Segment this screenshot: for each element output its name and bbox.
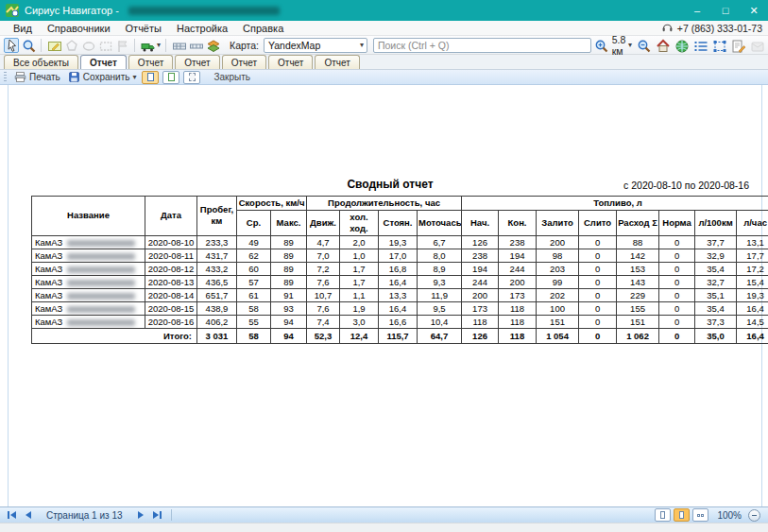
left-splitter[interactable] <box>8 85 9 506</box>
pan-tool-icon[interactable] <box>4 38 19 53</box>
value-cell: 55 <box>237 315 271 328</box>
value-cell: 100 <box>537 301 579 315</box>
col-speed-max: Макс. <box>271 210 307 235</box>
margins-toggle[interactable] <box>183 71 200 84</box>
map-scale-select[interactable]: 5.8 км ▾ <box>612 34 632 57</box>
last-page-button[interactable] <box>150 509 165 522</box>
layers-icon[interactable] <box>205 38 220 53</box>
value-cell: 0 <box>579 262 617 275</box>
ruler-icon[interactable] <box>188 38 203 53</box>
menu-item-4[interactable]: Настройка <box>169 23 235 34</box>
vehicle-icon[interactable] <box>140 38 155 53</box>
home-icon[interactable] <box>655 38 670 53</box>
tab-report-4[interactable]: Отчет <box>222 55 266 69</box>
value-cell: 13,1 <box>737 235 768 249</box>
vehicle-name-cell: КамАЗ <box>32 249 145 262</box>
save-icon <box>68 71 80 83</box>
zoom-out-button[interactable] <box>748 509 760 522</box>
single-page-icon <box>147 73 154 81</box>
print-label: Печать <box>29 72 60 82</box>
close-button[interactable]: ✕ <box>740 0 768 21</box>
total-value-cell: 64,7 <box>418 328 462 343</box>
value-cell: 60 <box>237 262 271 275</box>
search-input[interactable] <box>373 38 591 53</box>
minimize-button[interactable]: – <box>683 0 711 21</box>
menu-item-3[interactable]: Отчёты <box>118 23 169 34</box>
fit-page-toggle[interactable] <box>162 71 179 84</box>
value-cell: 37,3 <box>695 315 737 328</box>
maximize-button[interactable]: □ <box>711 0 740 21</box>
zoom-window-icon[interactable] <box>21 38 36 53</box>
value-cell: 0 <box>659 262 695 275</box>
flag-tool-icon <box>114 38 129 53</box>
total-row: Итого:3 031589452,312,4115,764,71261181 … <box>32 328 768 343</box>
tab-all-objects[interactable]: Все объекты <box>4 55 78 69</box>
value-cell: 2020-08-11 <box>145 249 197 262</box>
edit-note-icon[interactable] <box>730 38 745 53</box>
toolbar-grip <box>4 72 7 82</box>
table-row: КамАЗ2020-08-13436,557897,61,716,49,3244… <box>32 275 768 288</box>
one-page-view-button[interactable] <box>655 508 671 522</box>
save-button[interactable]: Сохранить ▾ <box>66 71 139 83</box>
first-page-button[interactable] <box>4 509 19 522</box>
value-cell: 91 <box>271 288 307 301</box>
value-cell: 10,7 <box>307 288 340 301</box>
page-width-view-button[interactable] <box>674 508 690 522</box>
zoom-out-icon[interactable] <box>636 38 651 53</box>
col-dur-move: Движ. <box>307 210 340 235</box>
menu-item-5[interactable]: Справка <box>235 23 291 34</box>
vehicle-dropdown-caret[interactable]: ▾ <box>157 42 161 49</box>
map-select[interactable]: YandexMap ▾ <box>264 38 367 53</box>
col-fuel-consumed: Расход Σ <box>617 210 659 235</box>
menu-item-2[interactable]: Справочники <box>40 23 118 34</box>
track-table-icon[interactable] <box>171 38 186 53</box>
value-cell: 19,3 <box>379 235 418 249</box>
value-cell: 0 <box>579 315 617 328</box>
tab-report-3[interactable]: Отчет <box>175 55 219 69</box>
value-cell: 2020-08-16 <box>145 315 197 328</box>
print-button[interactable]: Печать <box>12 71 62 83</box>
value-cell: 200 <box>499 275 537 288</box>
total-value-cell: 115,7 <box>379 328 418 343</box>
area-select-icon[interactable] <box>711 38 726 53</box>
redacted-plate <box>67 293 135 300</box>
vehicle-name-cell: КамАЗ <box>32 235 145 249</box>
value-cell: 8,0 <box>418 249 462 262</box>
value-cell: 9,5 <box>418 301 462 315</box>
zoom-in-icon[interactable] <box>593 38 608 53</box>
value-cell: 433,2 <box>197 262 237 275</box>
value-cell: 15,4 <box>737 275 768 288</box>
page-view-toggle[interactable] <box>142 71 159 84</box>
total-label: Итого: <box>32 328 197 343</box>
value-cell: 431,7 <box>197 249 237 262</box>
phone-number: +7 (863) 333-01-73 <box>677 23 762 34</box>
col-fuel-drained: Слито <box>579 210 617 235</box>
value-cell: 194 <box>499 249 537 262</box>
tabbar: Все объектыОтчетОтчетОтчетОтчетОтчетОтче… <box>0 55 768 70</box>
map-label: Карта: <box>230 40 259 51</box>
close-report-button[interactable]: Закрыть <box>213 72 250 82</box>
value-cell: 200 <box>462 288 499 301</box>
globe-icon[interactable] <box>674 38 689 53</box>
edit-geozone-icon[interactable] <box>46 38 61 53</box>
prev-page-button[interactable] <box>21 509 36 522</box>
tab-report-2[interactable]: Отчет <box>128 55 173 69</box>
value-cell: 35,4 <box>695 262 737 275</box>
value-cell: 118 <box>462 315 499 328</box>
value-cell: 35,1 <box>695 288 737 301</box>
tab-report-1[interactable]: Отчет <box>80 55 127 69</box>
tab-report-5[interactable]: Отчет <box>268 55 313 69</box>
col-group-speed: Скорость, км/ч <box>237 197 307 211</box>
total-value-cell: 0 <box>659 328 695 343</box>
save-dropdown-caret[interactable]: ▾ <box>132 74 136 81</box>
value-cell: 1,7 <box>340 262 379 275</box>
thumbnails-view-button[interactable] <box>692 508 708 522</box>
next-page-button[interactable] <box>133 509 148 522</box>
statusbar: Страница 1 из 13 100% <box>0 506 768 523</box>
list-icon[interactable] <box>692 38 708 53</box>
tab-report-6[interactable]: Отчет <box>315 55 359 69</box>
col-date: Дата <box>145 197 197 236</box>
value-cell: 0 <box>659 315 695 328</box>
total-value-cell: 1 062 <box>617 328 659 343</box>
menu-item-1[interactable]: Вид <box>6 23 40 34</box>
